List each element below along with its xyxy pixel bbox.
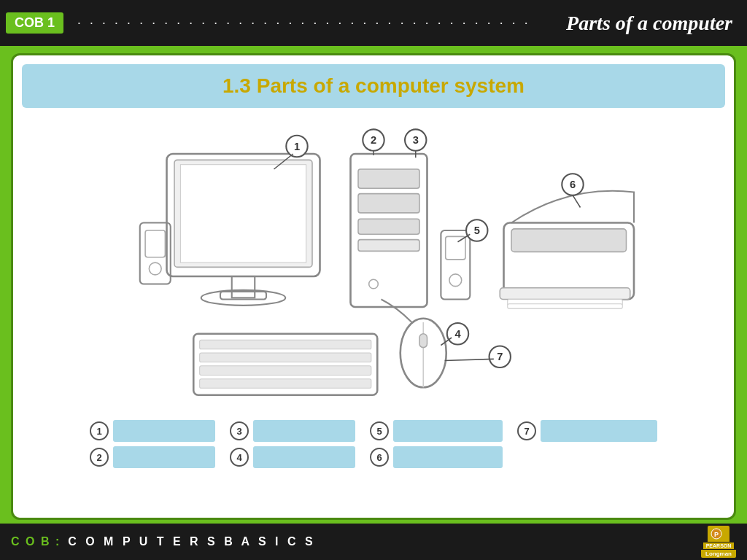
label-num-2: 2 xyxy=(90,448,109,467)
section-title-bar: 1.3 Parts of a computer system xyxy=(22,64,725,108)
label-num-5: 5 xyxy=(370,421,389,440)
svg-text:7: 7 xyxy=(497,351,503,363)
label-box-1[interactable] xyxy=(113,420,215,442)
svg-text:6: 6 xyxy=(570,179,576,190)
label-group-5-6: 5 6 xyxy=(370,420,503,468)
label-box-6[interactable] xyxy=(393,446,503,468)
svg-rect-39 xyxy=(200,340,371,349)
label-box-3[interactable] xyxy=(253,420,355,442)
svg-rect-14 xyxy=(358,194,419,213)
label-group-1-2: 1 2 xyxy=(90,420,215,468)
dots-area: • • • • • • • • • • • • • • • • • • • • … xyxy=(63,20,566,26)
dots: • • • • • • • • • • • • • • • • • • • • … xyxy=(78,20,532,26)
labels-row: 1 2 3 4 5 6 xyxy=(13,414,734,468)
svg-rect-41 xyxy=(200,366,371,376)
label-num-7: 7 xyxy=(517,421,536,440)
section-title: 1.3 Parts of a computer system xyxy=(36,74,711,98)
label-item-4: 4 xyxy=(230,446,355,468)
bottom-title: C O M P U T E R S B A S I C S xyxy=(68,535,315,548)
svg-text:3: 3 xyxy=(413,134,419,146)
mouse: 4 7 xyxy=(382,300,511,388)
svg-rect-16 xyxy=(358,240,419,252)
cob-badge: COB 1 xyxy=(6,12,63,34)
svg-point-17 xyxy=(369,279,379,289)
label-num-6: 6 xyxy=(370,448,389,467)
label-item-6: 6 xyxy=(370,446,503,468)
longman-text: Longman xyxy=(701,550,736,558)
main-card: 1.3 Parts of a computer system 1 xyxy=(11,53,736,520)
speaker-right: 5 xyxy=(441,219,487,299)
pearson-icon: P xyxy=(708,526,729,542)
svg-text:5: 5 xyxy=(474,225,480,236)
svg-text:P: P xyxy=(714,531,719,538)
svg-rect-34 xyxy=(508,304,623,308)
label-group-7: 7 xyxy=(517,420,657,442)
svg-rect-42 xyxy=(200,379,371,389)
svg-rect-10 xyxy=(145,230,165,257)
monitor-group: 1 xyxy=(167,136,320,306)
label-num-4: 4 xyxy=(230,448,249,467)
svg-rect-15 xyxy=(358,219,419,234)
svg-text:1: 1 xyxy=(294,141,300,152)
label-item-2: 2 xyxy=(90,446,215,468)
keyboard xyxy=(193,334,377,395)
label-box-7[interactable] xyxy=(541,420,657,442)
printer: 6 xyxy=(500,174,634,308)
svg-rect-31 xyxy=(511,229,627,252)
svg-line-29 xyxy=(458,234,471,242)
label-num-3: 3 xyxy=(230,421,249,440)
svg-text:2: 2 xyxy=(371,134,376,146)
svg-point-26 xyxy=(449,274,462,287)
label-item-7: 7 xyxy=(517,420,657,442)
bottom-bar: C O B : C O M P U T E R S B A S I C S P … xyxy=(0,524,747,560)
top-bar-title: Parts of a computer xyxy=(566,12,747,35)
svg-rect-32 xyxy=(500,288,630,300)
label-group-3-4: 3 4 xyxy=(230,420,355,468)
label-box-4[interactable] xyxy=(253,446,355,468)
svg-rect-4 xyxy=(232,276,255,298)
pearson-logo: P PEARSON Longman xyxy=(701,526,736,558)
svg-rect-2 xyxy=(180,165,306,262)
label-num-1: 1 xyxy=(90,421,109,440)
svg-line-51 xyxy=(445,359,494,360)
pearson-text: PEARSON xyxy=(703,542,735,549)
svg-text:4: 4 xyxy=(454,328,461,340)
computer-diagram: 1 2 xyxy=(28,108,719,414)
svg-rect-45 xyxy=(419,334,427,348)
label-box-2[interactable] xyxy=(113,446,215,468)
svg-rect-40 xyxy=(200,353,371,362)
svg-rect-13 xyxy=(358,169,419,188)
svg-point-11 xyxy=(149,262,161,275)
label-box-5[interactable] xyxy=(393,420,503,442)
bottom-cob: C O B : xyxy=(11,535,61,548)
svg-line-37 xyxy=(573,195,581,208)
label-item-5: 5 xyxy=(370,420,503,442)
label-item-1: 1 xyxy=(90,420,215,442)
svg-rect-25 xyxy=(446,236,465,260)
diagram-area: 1 2 xyxy=(28,108,719,414)
top-bar: COB 1 • • • • • • • • • • • • • • • • • … xyxy=(0,0,747,46)
label-item-3: 3 xyxy=(230,420,355,442)
